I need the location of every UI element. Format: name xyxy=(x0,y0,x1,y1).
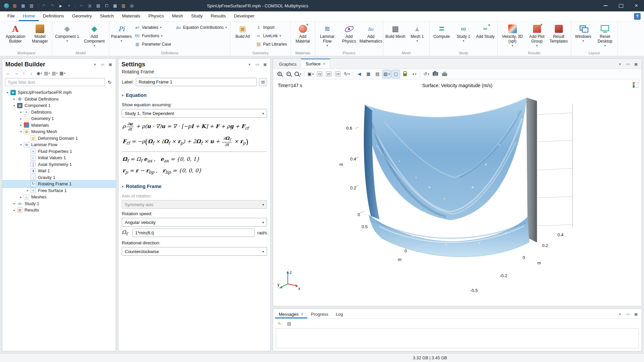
close-tab-icon[interactable]: × xyxy=(301,312,304,316)
rotational-direction-select[interactable]: Counterclockwise xyxy=(122,247,267,256)
move-down-button[interactable]: ↓ xyxy=(28,70,35,76)
menu-results[interactable]: Results xyxy=(207,11,230,21)
equation-section-header[interactable]: ▾ Equation xyxy=(122,90,267,100)
move-up-button[interactable]: ↑ xyxy=(20,70,27,76)
paste-icon[interactable]: ▤ xyxy=(95,3,101,9)
tree-item-moving-mesh[interactable]: Moving Mesh xyxy=(2,128,116,135)
expander-icon[interactable] xyxy=(18,195,23,199)
copy-icon[interactable]: ▣ xyxy=(87,3,93,9)
add-plot-group-button[interactable]: Add Plot Group ▾ xyxy=(526,22,548,48)
tree-item-gravity1[interactable]: Gravity 1 xyxy=(2,174,116,181)
functions-button[interactable]: Functions ▾ xyxy=(132,32,173,40)
panel-pin-icon[interactable]: ▣ xyxy=(263,62,267,67)
add-material-button[interactable]: Add Material xyxy=(292,22,314,45)
panel-pin-icon[interactable]: ▣ xyxy=(634,312,638,316)
build-mesh-button[interactable]: Build Mesh xyxy=(385,22,406,40)
node-order-button[interactable]: ▤▾ xyxy=(44,70,50,76)
expander-icon[interactable] xyxy=(12,208,17,212)
print-button[interactable] xyxy=(440,70,448,78)
close-tab-icon[interactable]: × xyxy=(323,62,326,66)
report-icon[interactable]: ▥ xyxy=(120,3,126,9)
show-equation-select[interactable]: Study 1, Time Dependent xyxy=(122,109,267,118)
default-view-button[interactable]: ▣▾ xyxy=(307,70,315,78)
save-as-icon[interactable]: ▥ xyxy=(29,3,35,9)
expander-icon[interactable] xyxy=(12,202,17,205)
select-mode-toggle[interactable]: ▢ xyxy=(392,70,400,78)
tree-item-definitions[interactable]: Definitions xyxy=(2,109,116,116)
add-physics-button[interactable]: Add Physics xyxy=(338,22,360,45)
view-zx-button[interactable]: zx xyxy=(334,70,342,78)
add-mathematics-button[interactable]: Add Mathematics xyxy=(360,22,382,45)
tab-surface[interactable]: Surface × xyxy=(301,59,330,68)
panel-pin-icon[interactable]: ▣ xyxy=(108,62,113,67)
tab-progress[interactable]: Progress xyxy=(307,310,332,318)
save-icon[interactable]: ▦ xyxy=(20,3,26,9)
part-libraries-button[interactable]: Part Libraries xyxy=(254,40,289,48)
tree-item-rotating-frame[interactable]: Rotating Frame 1 xyxy=(2,181,116,187)
expander-icon[interactable] xyxy=(18,117,23,120)
panel-menu-icon[interactable]: ▾ xyxy=(93,62,97,67)
menu-definitions[interactable]: Definitions xyxy=(39,11,68,21)
node-view-button[interactable]: ▥▾ xyxy=(51,70,58,76)
filter-input[interactable] xyxy=(5,78,105,86)
back-button[interactable]: ← xyxy=(5,70,12,76)
parameter-case-button[interactable]: Parameter Case xyxy=(132,40,173,48)
menu-home[interactable]: Home xyxy=(19,11,39,21)
tree-item-results[interactable]: Results xyxy=(2,207,116,214)
variables-button[interactable]: Variables ▾ xyxy=(132,23,173,31)
panel-float-icon[interactable]: ▭ xyxy=(255,62,260,67)
tree-item-component1[interactable]: Component 1 xyxy=(2,102,116,109)
result-templates-button[interactable]: Result Templates xyxy=(548,22,570,45)
import-button[interactable]: Import xyxy=(254,23,289,31)
tree-item-meshes[interactable]: Meshes xyxy=(2,194,116,200)
panel-float-icon[interactable]: ▭ xyxy=(626,62,630,66)
view-yz-button[interactable]: yz xyxy=(325,70,333,78)
parameters-button[interactable]: Parameters ▾ xyxy=(111,22,132,43)
application-builder-button[interactable]: Application Builder xyxy=(2,22,29,45)
tree-item-geometry1[interactable]: Geometry 1 xyxy=(2,115,116,122)
table-view-button[interactable]: ▦ xyxy=(364,70,372,78)
minimize-button[interactable] xyxy=(598,0,613,11)
panel-menu-icon[interactable]: ▾ xyxy=(247,62,252,67)
panel-float-icon[interactable]: ▭ xyxy=(626,312,630,316)
first-frame-button[interactable]: ◀ xyxy=(355,70,363,78)
label-rename-button[interactable]: ▤ xyxy=(259,78,267,86)
zoom-extents-button[interactable]: ▾ xyxy=(293,70,302,78)
rotation-speed-select[interactable]: Angular velocity xyxy=(122,218,267,227)
build-all-button[interactable]: Build All xyxy=(232,22,253,40)
tree-item-axial-symmetry[interactable]: Axial Symmetry 1 xyxy=(2,161,116,168)
menu-materials[interactable]: Materials xyxy=(118,11,144,21)
compute-button[interactable]: Compute xyxy=(431,22,452,40)
table-icon[interactable]: ▦ xyxy=(112,3,118,9)
environment-button[interactable]: ◑▾ xyxy=(410,70,418,78)
tab-messages[interactable]: Messages × xyxy=(275,310,307,318)
plot-canvas[interactable]: Surface: Velocity magnitude (m/s) Time=1… xyxy=(273,79,642,306)
menu-mesh[interactable]: Mesh xyxy=(168,11,187,21)
zoom-in-button[interactable]: + xyxy=(275,70,283,78)
panel-menu-icon[interactable]: ▾ xyxy=(618,62,622,66)
collapse-all-button[interactable]: ▦▾ xyxy=(59,70,66,76)
equation-contributions-button[interactable]: Equation Contributions ▾ xyxy=(173,23,229,31)
undo-icon[interactable]: ↶ xyxy=(41,3,47,9)
rotate-view-button[interactable]: ↻▾ xyxy=(343,70,351,78)
expander-icon[interactable] xyxy=(18,130,23,133)
menu-physics[interactable]: Physics xyxy=(144,11,168,21)
panel-float-icon[interactable]: ▭ xyxy=(100,62,105,67)
menu-study[interactable]: Study xyxy=(187,11,207,21)
animate-button[interactable]: ↺▾ xyxy=(422,70,430,78)
tree-item-study1[interactable]: Study 1 xyxy=(2,200,116,207)
tree-item-deforming-domain[interactable]: Deforming Domain 1 xyxy=(2,135,116,142)
expander-icon[interactable] xyxy=(5,91,10,94)
expander-icon[interactable] xyxy=(25,189,30,192)
reset-desktop-button[interactable]: Reset Desktop ▾ xyxy=(594,22,616,48)
expander-icon[interactable] xyxy=(12,104,17,107)
tab-log[interactable]: Log xyxy=(332,310,347,318)
show-button[interactable]: ◉▾ xyxy=(36,70,43,76)
tree-item-global-definitions[interactable]: Global Definitions xyxy=(2,96,116,103)
expander-icon[interactable] xyxy=(12,97,17,101)
close-button[interactable]: × xyxy=(629,0,644,11)
model-manager-button[interactable]: Model Manager xyxy=(29,22,51,45)
component-button[interactable]: Component 1 ▾ xyxy=(54,22,80,43)
open-file-icon[interactable]: ▨ xyxy=(12,3,18,9)
maximize-button[interactable] xyxy=(613,0,629,11)
